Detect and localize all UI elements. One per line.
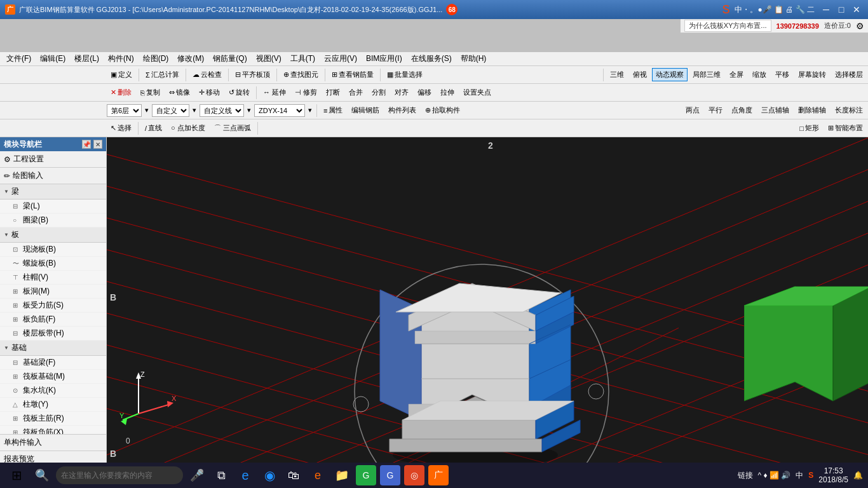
btn-align-top[interactable]: ⊟ 平齐板顶 (231, 68, 274, 81)
taskbar-task-view[interactable]: ⧉ (211, 465, 231, 485)
taskbar-store-icon[interactable]: 🛍 (283, 465, 304, 485)
btn-edit-rebar[interactable]: 编辑钢筋 (348, 104, 383, 117)
nav-item-cast-slab[interactable]: ⊡ 现浇板(B) (0, 243, 106, 257)
start-button[interactable]: ⊞ (5, 464, 28, 487)
menu-help[interactable]: 帮助(H) (457, 52, 491, 65)
menu-component[interactable]: 构件(N) (104, 52, 138, 65)
btn-trim[interactable]: ⊣ 修剪 (291, 86, 321, 99)
maximize-button[interactable]: □ (835, 3, 848, 16)
btn-split[interactable]: 分割 (368, 86, 390, 99)
menu-bim[interactable]: BIM应用(I) (362, 52, 406, 65)
menu-tools[interactable]: 工具(T) (287, 52, 319, 65)
btn-break[interactable]: 打断 (322, 86, 344, 99)
btn-extend[interactable]: ↔ 延伸 (259, 86, 290, 99)
btn-move[interactable]: ✛ 移动 (195, 86, 224, 99)
nav-item-pit[interactable]: ⊙ 集水坑(K) (0, 384, 106, 398)
btn-cloud-check[interactable]: ☁ 云检查 (189, 68, 226, 81)
drawing-input-btn[interactable]: ✏ 绘图输入 (0, 168, 106, 184)
menu-rebar-qty[interactable]: 钢筋量(Q) (209, 52, 250, 65)
ime-label[interactable]: S (808, 471, 813, 480)
btn-select-floor[interactable]: 选择楼层 (831, 68, 867, 81)
taskbar-edge-icon[interactable]: ◉ (259, 465, 280, 485)
btn-rotate[interactable]: ↺ 旋转 (225, 86, 254, 99)
taskbar-mic-icon[interactable]: 🎤 (187, 465, 207, 485)
btn-offset[interactable]: 偏移 (414, 86, 435, 99)
btn-mirror[interactable]: ⇔ 镜像 (165, 86, 194, 99)
btn-parallel[interactable]: 平行 (705, 104, 726, 117)
taskbar-search[interactable] (56, 466, 183, 484)
nav-section-foundation-header[interactable]: ▼ 基础 (0, 341, 106, 356)
nav-item-spiral-slab[interactable]: 〜 螺旋板(B) (0, 257, 106, 271)
nav-item-raft-main-rebar[interactable]: ⊞ 筏板主筋(R) (0, 412, 106, 426)
btn-screen-rotate[interactable]: 屏幕旋转 (794, 68, 830, 81)
nav-item-hole[interactable]: ⊞ 板洞(M) (0, 285, 106, 299)
btn-length-dim[interactable]: 长度标注 (831, 104, 867, 117)
menu-view[interactable]: 视图(V) (252, 52, 285, 65)
btn-stretch[interactable]: 拉伸 (437, 86, 458, 99)
btn-pick-component[interactable]: ⊕ 抬取构件 (421, 104, 464, 117)
btn-point-length[interactable]: ○ 点加长度 (167, 121, 209, 135)
panel-close-btn[interactable]: ✕ (93, 140, 102, 149)
menu-file[interactable]: 文件(F) (3, 52, 35, 65)
btn-line[interactable]: / 直线 (141, 121, 166, 135)
taskbar-ie-icon[interactable]: e (235, 465, 255, 485)
menu-draw[interactable]: 绘图(D) (139, 52, 173, 65)
nav-item-raft-neg-rebar[interactable]: ⊞ 筏板负筋(X) (0, 426, 106, 434)
nav-section-beam-header[interactable]: ▼ 梁 (0, 184, 106, 200)
btn-delete-aux[interactable]: 删除辅轴 (794, 104, 830, 117)
btn-rect[interactable]: □ 矩形 (796, 121, 823, 135)
layer-select[interactable]: 第6层 (107, 104, 142, 117)
btn-find[interactable]: ⊕ 查找图元 (280, 68, 322, 81)
engineering-setup-btn[interactable]: ⚙ 工程设置 (0, 151, 106, 168)
taskbar-app2-icon[interactable]: G (380, 465, 400, 485)
btn-two-point[interactable]: 两点 (682, 104, 703, 117)
type-select[interactable]: 自定义 (152, 104, 189, 117)
btn-smart-place[interactable]: ⊞ 智能布置 (824, 121, 867, 135)
btn-batch[interactable]: ▦ 批量选择 (383, 68, 426, 81)
btn-pan[interactable]: 平移 (771, 68, 793, 81)
btn-local-3d[interactable]: 局部三维 (689, 68, 724, 81)
btn-view-rebar[interactable]: ⊞ 查看钢筋量 (328, 68, 377, 81)
close-button[interactable]: ✕ (850, 3, 863, 16)
linetype-select[interactable]: 自定义线 (200, 104, 244, 117)
btn-fullscreen[interactable]: 全屏 (726, 68, 747, 81)
minimize-button[interactable]: ─ (820, 3, 832, 16)
ime-cn[interactable]: 中 (796, 470, 803, 481)
style-select[interactable]: ZDYX-14 (254, 104, 305, 117)
btn-properties[interactable]: ≡ 属性 (320, 104, 346, 117)
nav-item-ring-beam[interactable]: ○ 圈梁(B) (0, 214, 106, 227)
panel-controls[interactable]: 📌 ✕ (82, 140, 102, 149)
search-prompt[interactable]: 为什么筏板XY方向布置... (684, 20, 771, 32)
btn-three-point-aux[interactable]: 三点辅轴 (757, 104, 793, 117)
nav-item-col-pier[interactable]: △ 柱墩(Y) (0, 398, 106, 412)
btn-copy[interactable]: ⎘ 复制 (137, 86, 164, 99)
btn-topview[interactable]: 俯视 (629, 68, 651, 81)
nav-item-raft[interactable]: ⊞ 筏板基础(M) (0, 370, 106, 384)
btn-align[interactable]: 对齐 (391, 86, 412, 99)
btn-select[interactable]: ↖ 选择 (107, 121, 135, 135)
single-component-btn[interactable]: 单构件输入 (0, 435, 106, 451)
nav-item-foundation-beam[interactable]: ⊟ 基础梁(F) (0, 356, 106, 370)
notification-btn[interactable]: 🔔 (853, 471, 863, 480)
nav-item-slab-rebar[interactable]: ⊞ 板受力筋(S) (0, 299, 106, 313)
nav-item-beam-L[interactable]: ⊟ 梁(L) (0, 200, 106, 214)
btn-define[interactable]: ▣ 定义 (107, 68, 136, 81)
settings-icon[interactable]: ⚙ (856, 21, 864, 31)
btn-set-vertex[interactable]: 设置夹点 (459, 86, 495, 99)
btn-3d[interactable]: 三维 (606, 68, 628, 81)
btn-component-list[interactable]: 构件列表 (384, 104, 420, 117)
menu-cloud[interactable]: 云应用(V) (320, 52, 361, 65)
taskbar-app3-icon[interactable]: ◎ (404, 465, 424, 485)
panel-pin-btn[interactable]: 📌 (82, 140, 91, 149)
menu-online[interactable]: 在线服务(S) (407, 52, 456, 65)
viewport[interactable]: 2 B B A (107, 137, 868, 468)
btn-delete[interactable]: ✕ 删除 (107, 86, 135, 99)
taskbar-folder-icon[interactable]: 📁 (332, 465, 352, 485)
menu-modify[interactable]: 修改(M) (173, 52, 208, 65)
btn-point-angle[interactable]: 点角度 (728, 104, 756, 117)
btn-three-arc[interactable]: ⌒ 三点画弧 (210, 121, 255, 135)
taskbar-ie2-icon[interactable]: e (308, 465, 328, 485)
window-controls[interactable]: ─ □ ✕ (820, 3, 863, 16)
nav-section-slab-header[interactable]: ▼ 板 (0, 227, 106, 243)
taskbar-app4-icon[interactable]: 广 (428, 465, 449, 485)
